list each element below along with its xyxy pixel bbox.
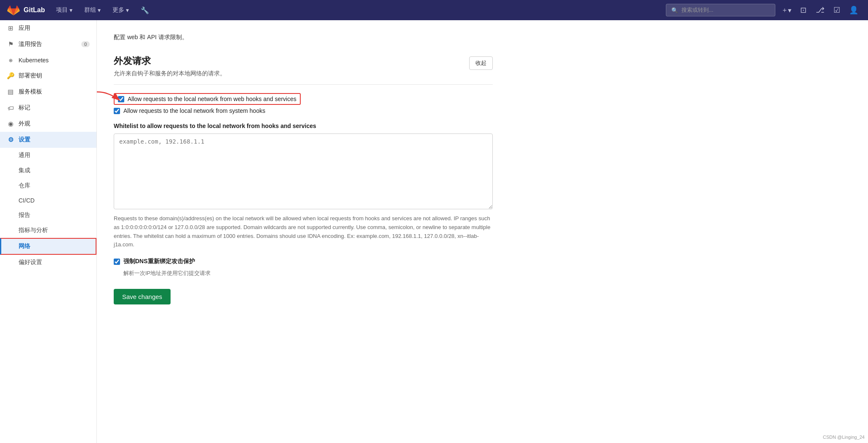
topnav-icon-group: ＋ ▾ ⊡ ⎇ ☑ 👤 [779,3,861,18]
checkbox-system-hooks[interactable] [114,108,120,114]
sidebar-sub-preferences[interactable]: 偏好设置 [0,255,96,270]
sidebar-item-abuse[interactable]: ⚑ 滥用报告 0 [0,36,96,52]
sidebar-item-label: 服务模板 [19,88,42,96]
whitelist-textarea[interactable] [114,133,493,209]
nav-projects[interactable]: 项目 ▾ [52,5,77,16]
dns-section: 强制DNS重新绑定攻击保护 解析一次IP地址并使用它们提交请求 [114,258,493,277]
sub-item-label: 网络 [19,243,30,250]
sub-item-label: CI/CD [19,197,35,204]
wrench-icon: 🔧 [141,6,149,14]
checkbox-system-hooks-row: Allow requests to the local network from… [114,107,493,114]
template-icon: ▤ [7,88,14,96]
sub-item-label: 仓库 [19,182,30,189]
search-placeholder: 搜索或转到... [681,6,713,14]
sidebar-item-label: 部署密钥 [19,72,42,80]
avatar-icon: 👤 [849,5,858,15]
checkboxes-area: Allow requests to the local network from… [114,93,493,114]
todos-button[interactable]: ☑ [829,3,844,18]
sidebar-sub-metrics[interactable]: 指标与分析 [0,223,96,238]
gitlab-logo[interactable]: GitLab [7,3,45,17]
sidebar-sub-general[interactable]: 通用 [0,148,96,163]
chevron-down-icon: ▾ [788,6,791,14]
sidebar-item-service-templates[interactable]: ▤ 服务模板 [0,84,96,100]
whitelist-label: Whitelist to allow requests to the local… [114,123,493,129]
whitelist-help-text: Requests to these domain(s)/address(es) … [114,214,493,249]
label-icon: 🏷 [7,104,14,112]
sidebar-sub-repository[interactable]: 仓库 [0,178,96,193]
nav-groups[interactable]: 群组 ▾ [80,5,105,16]
sidebar: ⊞ 应用 ⚑ 滥用报告 0 ⎈ Kubernetes 🔑 部署密钥 ▤ 服务模板… [0,20,97,443]
nav-wrench[interactable]: 🔧 [136,5,153,16]
issues-icon: ⊡ [800,5,807,15]
dns-checkbox[interactable] [114,259,120,265]
sidebar-sub-integrations[interactable]: 集成 [0,163,96,178]
checkbox-webhooks-row: Allow requests to the local network from… [118,96,296,102]
section-description: 允许来自钩子和服务的对本地网络的请求。 [114,70,226,77]
chevron-down-icon: ▾ [69,7,72,13]
sub-item-label: 偏好设置 [19,259,42,266]
watermark: CSDN @Linging_24 [823,435,865,440]
apps-icon: ⊞ [7,24,14,32]
whitelist-section: Whitelist to allow requests to the local… [114,123,493,249]
key-icon: 🔑 [7,72,14,80]
sidebar-item-label: 滥用报告 [19,40,42,48]
plus-icon: ＋ [781,6,788,15]
dns-description: 解析一次IP地址并使用它们提交请求 [123,270,493,277]
sidebar-item-kubernetes[interactable]: ⎈ Kubernetes [0,52,96,68]
search-bar[interactable]: 🔍 搜索或转到... [666,4,775,16]
user-avatar[interactable]: 👤 [846,3,861,18]
chevron-down-icon: ▾ [126,7,129,13]
sidebar-item-label: 标记 [19,104,30,112]
collapse-button[interactable]: 收起 [469,56,493,70]
search-icon: 🔍 [671,7,678,13]
checkbox-system-hooks-label[interactable]: Allow requests to the local network from… [123,107,265,114]
brand-name: GitLab [24,6,45,14]
section-title: 外发请求 [114,55,226,67]
main-content: 配置 web 和 API 请求限制。 外发请求 允许来自钩子和服务的对本地网络的… [97,20,868,443]
section-header: 外发请求 允许来自钩子和服务的对本地网络的请求。 收起 [114,55,493,85]
top-description: 配置 web 和 API 请求限制。 [114,29,493,41]
dns-label[interactable]: 强制DNS重新绑定攻击保护 [123,258,195,265]
save-changes-button[interactable]: Save changes [114,289,171,304]
sidebar-sub-cicd[interactable]: CI/CD [0,193,96,208]
kubernetes-icon: ⎈ [7,56,14,64]
merge-request-icon: ⎇ [816,5,825,15]
sub-item-label: 集成 [19,167,30,174]
new-plus-button[interactable]: ＋ ▾ [779,3,794,18]
abuse-badge: 0 [81,41,90,47]
sub-item-label: 指标与分析 [19,227,48,234]
sidebar-item-label: Kubernetes [19,57,49,64]
appearance-icon: ◉ [7,120,14,128]
sub-item-label: 报告 [19,211,30,219]
chevron-down-icon: ▾ [98,7,101,13]
sidebar-item-apps[interactable]: ⊞ 应用 [0,20,96,36]
top-navigation: GitLab 项目 ▾ 群组 ▾ 更多 ▾ 🔧 🔍 搜索或转到... ＋ ▾ ⊡… [0,0,868,20]
merge-requests-button[interactable]: ⎇ [812,3,828,18]
nav-more[interactable]: 更多 ▾ [108,5,133,16]
sidebar-sub-reports[interactable]: 报告 [0,208,96,223]
sub-item-label: 通用 [19,152,30,159]
sidebar-item-settings[interactable]: ⚙ 设置 [0,132,96,148]
flag-icon: ⚑ [7,40,14,48]
sidebar-item-label: 外观 [19,120,30,128]
sidebar-item-label: 设置 [19,136,30,144]
issues-button[interactable]: ⊡ [796,3,811,18]
todo-icon: ☑ [833,5,840,15]
sidebar-item-labels[interactable]: 🏷 标记 [0,100,96,116]
sidebar-item-deploy-keys[interactable]: 🔑 部署密钥 [0,68,96,84]
settings-icon: ⚙ [7,136,14,144]
dns-checkbox-row: 强制DNS重新绑定攻击保护 [114,258,493,265]
checkbox-webhooks-label[interactable]: Allow requests to the local network from… [128,96,296,102]
checkbox-webhooks[interactable] [118,96,124,102]
sidebar-item-appearance[interactable]: ◉ 外观 [0,116,96,132]
sidebar-sub-network[interactable]: 网络 [0,238,96,255]
sidebar-item-label: 应用 [19,24,30,32]
